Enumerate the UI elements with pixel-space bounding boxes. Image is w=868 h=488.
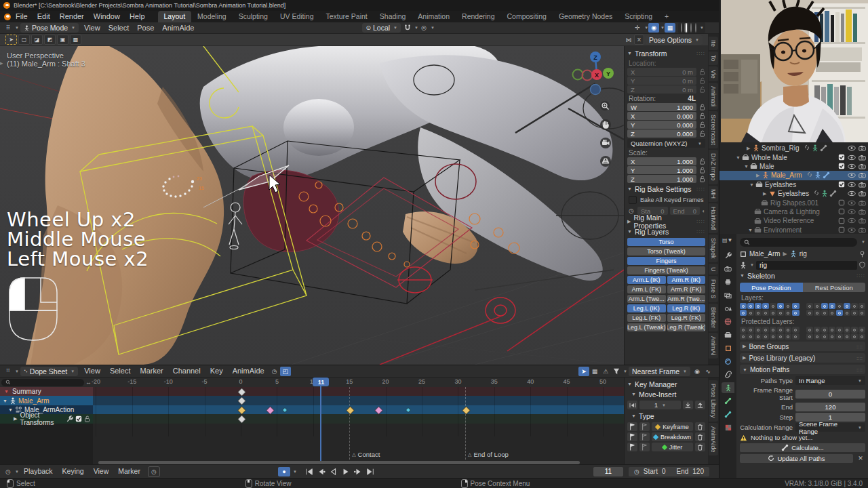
properties-tab-physics[interactable] [722, 356, 734, 367]
layer-toggle[interactable] [770, 303, 776, 309]
playhead[interactable] [320, 378, 321, 464]
lock-icon[interactable] [698, 77, 705, 84]
rig-layer-torso[interactable]: Torso [627, 238, 705, 246]
dope-menu-channel[interactable]: Channel [168, 365, 205, 377]
key-manager-header[interactable]: ▼Key Manager [627, 379, 705, 389]
eye-icon[interactable] [848, 145, 856, 151]
layer-toggle[interactable] [785, 303, 791, 309]
menu-help[interactable]: Help [125, 11, 150, 22]
channel-object[interactable]: ▼Male_Arm [0, 396, 93, 405]
select-subtract-icon[interactable]: ◩ [44, 35, 56, 45]
channel-group[interactable]: ▶Object Transforms [0, 414, 93, 423]
transform-field-x[interactable]: X1.000 [627, 157, 696, 165]
layer-toggle[interactable] [829, 303, 835, 309]
paths-type-dropdown[interactable]: In Range▼ [795, 376, 865, 385]
layer-toggle[interactable] [814, 333, 821, 340]
blender-menu-icon[interactable] [4, 14, 11, 20]
layer-toggle[interactable] [851, 327, 858, 333]
auto-key-caret-icon[interactable]: ▼ [293, 470, 297, 474]
outliner-row-whole-male[interactable]: ▼Whole Male [719, 152, 868, 161]
select-keys-flag-icon[interactable] [627, 422, 637, 431]
jump-to-end-button[interactable] [365, 467, 376, 476]
layer-toggle[interactable] [821, 303, 828, 309]
layer-toggle[interactable] [747, 303, 754, 309]
dope-menu-marker[interactable]: Marker [135, 365, 167, 377]
tl-clock-icon[interactable]: ◷ [148, 466, 160, 477]
workspace-tab-modeling[interactable]: Modeling [191, 11, 233, 22]
checkbox-off-icon[interactable] [838, 208, 845, 215]
tl-editor-type-icon[interactable]: ◷ [3, 467, 14, 476]
pan-hand-icon[interactable] [599, 119, 612, 131]
outliner-row-male[interactable]: ▼Male [719, 162, 868, 171]
properties-tab-view-layer[interactable] [722, 290, 734, 301]
checkbox-on-icon[interactable] [838, 163, 845, 169]
sidebar-tab-u[interactable]: U [709, 264, 718, 275]
checkbox-on-icon[interactable] [838, 154, 845, 161]
prev-keyframe-button[interactable] [316, 467, 327, 476]
move-insert-header[interactable]: ▼Move-Insert [627, 389, 705, 399]
layer-toggle[interactable] [829, 327, 835, 333]
layer-toggle[interactable] [785, 310, 791, 316]
layer-toggle[interactable] [785, 327, 791, 333]
start-value[interactable]: 0 [662, 468, 666, 475]
layer-toggle[interactable] [755, 310, 762, 316]
lock-icon[interactable] [698, 104, 705, 110]
camera-restrict-icon[interactable] [859, 155, 866, 161]
timeline-menu-playback[interactable]: Playback [19, 466, 58, 477]
xray-toggle-icon[interactable]: ▦ [665, 23, 675, 33]
camera-restrict-icon[interactable] [859, 200, 866, 206]
viewport-menu-select[interactable]: Select [104, 22, 134, 34]
calculation-range-dropdown[interactable]: Scene Frame Range▼ [795, 423, 865, 432]
transform-field-x[interactable]: X0 m [627, 68, 696, 76]
eye-icon[interactable] [848, 200, 856, 206]
trash-icon[interactable] [695, 432, 705, 441]
checkbox-on-icon[interactable] [838, 181, 845, 188]
ds-filter-caret-icon[interactable]: ▼ [623, 369, 627, 373]
properties-tab-output[interactable] [722, 277, 734, 287]
layer-toggle[interactable] [851, 303, 858, 309]
outliner-row-male-arm[interactable]: ▶Male_Arm [719, 171, 868, 180]
layer-toggle[interactable] [747, 327, 754, 333]
sidebar-tab-mh[interactable]: MH [709, 186, 718, 202]
current-frame-badge[interactable]: 11 [313, 378, 329, 386]
select-new-icon[interactable]: ▢ [18, 35, 30, 45]
outliner-row-camera-lighting[interactable]: Camera & Lighting [719, 207, 868, 216]
calculate-paths-button[interactable]: Calculate... [740, 443, 865, 452]
layer-toggle[interactable] [792, 303, 799, 309]
transform-field-y[interactable]: Y0 m [627, 77, 696, 85]
properties-tab-tool[interactable] [722, 250, 734, 261]
layer-toggle[interactable] [740, 327, 747, 333]
outliner-row-sombra-rig[interactable]: ▶Sombra_Rig [719, 144, 868, 152]
lock-icon[interactable] [698, 167, 705, 174]
properties-tab-collection[interactable] [722, 329, 734, 340]
transform-field-x[interactable]: X0.000 [627, 112, 696, 120]
timeline-menu-marker[interactable]: Marker [113, 466, 145, 477]
layer-toggle[interactable] [806, 303, 813, 309]
lock-icon[interactable] [698, 130, 705, 137]
sidebar-tab-screencast[interactable]: Screencast [709, 111, 718, 148]
camera-restrict-icon[interactable] [859, 227, 866, 233]
properties-tab-world[interactable] [722, 317, 734, 327]
properties-tab-scene[interactable] [722, 303, 734, 314]
camera-restrict-icon[interactable] [859, 172, 866, 178]
transform-field-y[interactable]: Y0.000 [627, 121, 696, 129]
workspace-tab-geometry-nodes[interactable]: Geometry Nodes [553, 11, 618, 22]
dope-menu-select[interactable]: Select [105, 365, 136, 377]
eye-icon[interactable] [848, 155, 856, 161]
checkbox-off-icon[interactable] [838, 226, 845, 233]
layer-toggle[interactable] [859, 303, 865, 309]
properties-tab-object[interactable] [722, 343, 734, 354]
layer-toggle[interactable] [762, 310, 769, 316]
sidebar-tab-animati[interactable]: Animati [709, 83, 718, 110]
timeline-menu-keying[interactable]: Keying [58, 466, 89, 477]
marker-contact[interactable]: △Contact [352, 451, 380, 458]
eye-icon[interactable] [848, 209, 856, 215]
layer-toggle[interactable] [851, 310, 858, 316]
rig-layer-fingers[interactable]: Fingers [627, 257, 705, 265]
layer-toggle[interactable] [755, 327, 762, 333]
select-difference-icon[interactable]: ▣ [57, 35, 68, 45]
workspace-tab-rendering[interactable]: Rendering [456, 11, 500, 22]
viewport-menu-animaide[interactable]: AnimAide [158, 22, 198, 34]
properties-tab-constraints[interactable] [722, 369, 734, 380]
armature-name-field[interactable]: rig [756, 261, 857, 270]
